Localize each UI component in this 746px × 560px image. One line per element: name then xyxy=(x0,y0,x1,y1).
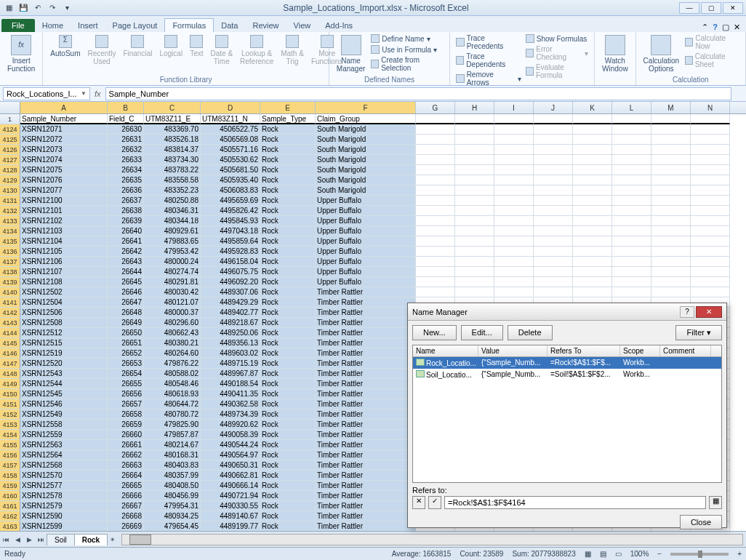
row-header[interactable]: 4125 xyxy=(0,135,20,145)
cell[interactable]: Rock xyxy=(260,297,316,308)
cell[interactable] xyxy=(612,175,651,185)
column-header[interactable]: L xyxy=(612,102,651,113)
cell[interactable] xyxy=(651,155,691,165)
cell[interactable] xyxy=(494,135,534,145)
cell[interactable]: 480644.72 xyxy=(144,399,201,409)
row-header[interactable]: 4160 xyxy=(0,491,20,501)
refers-collapse-icon[interactable]: ▦ xyxy=(709,496,722,509)
cell[interactable]: 480264.60 xyxy=(144,348,201,359)
cell[interactable]: Rock xyxy=(260,409,316,420)
table-row[interactable]: 4132XSRN1210126638480346.314495826.42Roc… xyxy=(0,206,746,216)
table-row[interactable]: 4131XSRN1210026637480250.884495659.69Roc… xyxy=(0,196,746,206)
cell[interactable]: 4489402.77 xyxy=(201,308,260,318)
cell[interactable] xyxy=(455,124,494,135)
tab-formulas[interactable]: Formulas xyxy=(164,18,214,32)
cell[interactable] xyxy=(494,196,534,206)
cell[interactable]: Timber Rattler xyxy=(316,521,416,531)
row-header[interactable]: 4147 xyxy=(0,359,20,369)
zoom-in-icon[interactable]: + xyxy=(737,550,742,558)
cell[interactable]: 480121.07 xyxy=(144,297,201,308)
cell[interactable]: 26639 xyxy=(108,216,144,226)
cell[interactable] xyxy=(455,216,494,226)
cell[interactable] xyxy=(691,287,730,297)
table-header-row[interactable]: 1Sample_NumberField_CUTM83Z11_EUTM83Z11_… xyxy=(0,114,746,124)
cell[interactable]: 4505571.16 xyxy=(201,145,260,155)
sheet-nav-next-icon[interactable]: ▶ xyxy=(23,534,35,545)
cell[interactable] xyxy=(455,165,494,175)
cell[interactable] xyxy=(534,226,573,236)
row-header[interactable]: 4130 xyxy=(0,185,20,196)
cell[interactable] xyxy=(534,236,573,247)
cell[interactable]: Timber Rattler xyxy=(316,287,416,297)
view-pagebreak-icon[interactable]: ▭ xyxy=(615,550,622,558)
column-header[interactable]: I xyxy=(494,102,534,113)
horizontal-scrollbar[interactable] xyxy=(121,534,743,545)
cell[interactable] xyxy=(573,287,612,297)
cell[interactable]: 4497043.18 xyxy=(201,226,260,236)
cell[interactable] xyxy=(573,277,612,287)
dialog-help-button[interactable]: ? xyxy=(680,306,694,318)
remove-arrows-button[interactable]: Remove Arrows ▾ xyxy=(454,70,523,87)
cell[interactable]: Timber Rattler xyxy=(316,409,416,420)
cell[interactable]: Rock xyxy=(260,491,316,501)
cell[interactable] xyxy=(416,175,455,185)
tab-home[interactable]: Home xyxy=(35,19,71,32)
cell[interactable]: Timber Rattler xyxy=(316,511,416,521)
cell[interactable] xyxy=(416,226,455,236)
cell[interactable]: 26650 xyxy=(108,328,144,338)
cell[interactable]: 26658 xyxy=(108,409,144,420)
table-row[interactable]: 4139XSRN1210826645480291.814496092.20Roc… xyxy=(0,277,746,287)
cell[interactable]: 4496075.75 xyxy=(201,267,260,277)
cell[interactable]: 480168.31 xyxy=(144,450,201,460)
recently-used-button[interactable]: Recently Used xyxy=(85,33,119,67)
cell[interactable] xyxy=(691,247,730,257)
cell[interactable] xyxy=(455,114,494,124)
cell[interactable]: 480618.93 xyxy=(144,389,201,399)
cell[interactable]: 26654 xyxy=(108,369,144,379)
cell[interactable]: Rock xyxy=(260,328,316,338)
cell[interactable]: Timber Rattler xyxy=(316,328,416,338)
cell[interactable] xyxy=(534,257,573,267)
cell[interactable]: Rock xyxy=(260,481,316,491)
cell[interactable] xyxy=(416,216,455,226)
cell[interactable] xyxy=(612,196,651,206)
row-header[interactable]: 4128 xyxy=(0,165,20,175)
trace-dependents-button[interactable]: Trace Dependents xyxy=(454,52,523,69)
cell[interactable] xyxy=(651,124,691,135)
cell[interactable] xyxy=(573,114,612,124)
cell[interactable] xyxy=(691,267,730,277)
redo-icon[interactable]: ↷ xyxy=(47,2,58,14)
cell[interactable]: XSRN12074 xyxy=(20,155,108,165)
zoom-slider[interactable] xyxy=(670,553,729,556)
cell[interactable]: XSRN12075 xyxy=(20,165,108,175)
cell[interactable] xyxy=(651,185,691,196)
cell[interactable]: XSRN12101 xyxy=(20,206,108,216)
row-header[interactable]: 4144 xyxy=(0,328,20,338)
list-header-refers[interactable]: Refers To xyxy=(548,345,620,356)
save-icon[interactable]: 💾 xyxy=(17,2,29,14)
cell[interactable] xyxy=(612,247,651,257)
row-header[interactable]: 4163 xyxy=(0,521,20,531)
cell[interactable]: Rock xyxy=(260,287,316,297)
table-row[interactable]: 4129XSRN1207626635483558.584505935.40Roc… xyxy=(0,175,746,185)
row-header[interactable]: 4150 xyxy=(0,389,20,399)
cell[interactable]: Upper Buffalo xyxy=(316,236,416,247)
cell[interactable]: 26644 xyxy=(108,267,144,277)
cell[interactable]: 4489250.06 xyxy=(201,328,260,338)
cell[interactable]: 26656 xyxy=(108,389,144,399)
cell[interactable]: 26653 xyxy=(108,359,144,369)
row-header[interactable]: 4162 xyxy=(0,511,20,521)
cell[interactable]: 26641 xyxy=(108,236,144,247)
cell[interactable]: Rock xyxy=(260,277,316,287)
cell[interactable]: 479954.31 xyxy=(144,501,201,511)
cell[interactable]: XSRN12506 xyxy=(20,308,108,318)
cell[interactable] xyxy=(416,124,455,135)
cell[interactable] xyxy=(494,165,534,175)
cell[interactable]: UTM83Z11_E xyxy=(144,114,201,124)
cell[interactable]: 4495826.42 xyxy=(201,206,260,216)
cell[interactable]: 480780.72 xyxy=(144,409,201,420)
row-header[interactable]: 4161 xyxy=(0,501,20,511)
cell[interactable]: XSRN12544 xyxy=(20,379,108,389)
cell[interactable] xyxy=(455,226,494,236)
watch-window-button[interactable]: Watch Window xyxy=(599,33,631,74)
